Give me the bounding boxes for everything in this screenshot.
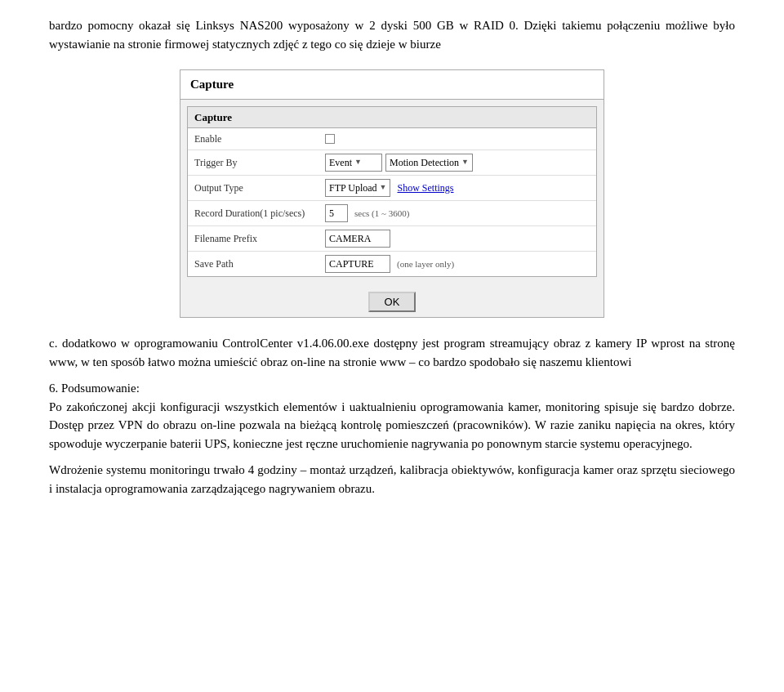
enable-checkbox[interactable] xyxy=(325,134,335,144)
trigger-by-arrow: ▼ xyxy=(354,157,362,168)
trigger-by-option: Event xyxy=(329,155,352,170)
capture-inner-box: Capture Enable Trigger By Event ▼ xyxy=(187,106,597,278)
label-enable: Enable xyxy=(194,132,325,146)
record-duration-input[interactable]: 5 xyxy=(325,204,348,222)
row-record-duration: Record Duration(1 pic/secs) 5 secs (1 ~ … xyxy=(188,201,596,226)
paragraph-4: Wdrożenie systemu monitoringu trwało 4 g… xyxy=(49,461,735,498)
value-record-duration: 5 secs (1 ~ 3600) xyxy=(325,204,409,222)
trigger-by-select[interactable]: Event ▼ xyxy=(325,154,382,172)
filename-prefix-input[interactable]: CAMERA xyxy=(325,230,390,248)
capture-panel: Capture Capture Enable Trigger By Event xyxy=(180,69,604,318)
capture-box-wrapper: Capture Capture Enable Trigger By Event xyxy=(49,69,735,318)
label-filename-prefix: Filename Prefix xyxy=(194,231,325,246)
motion-detection-select[interactable]: Motion Detection ▼ xyxy=(385,154,473,172)
motion-detection-arrow: ▼ xyxy=(461,157,469,168)
output-type-option: FTP Upload xyxy=(329,181,377,195)
paragraph-3: 6. Podsumowanie: Po zakończonej akcji ko… xyxy=(49,379,735,453)
paragraph-1: bardzo pomocny okazał się Linksys NAS200… xyxy=(49,16,735,53)
capture-outer-title: Capture xyxy=(180,70,604,100)
value-filename-prefix: CAMERA xyxy=(325,230,390,248)
value-output-type: FTP Upload ▼ Show Settings xyxy=(325,179,454,197)
show-settings-link[interactable]: Show Settings xyxy=(397,181,453,195)
label-record-duration: Record Duration(1 pic/secs) xyxy=(194,206,325,221)
record-duration-hint: secs (1 ~ 3600) xyxy=(354,207,409,221)
row-filename-prefix: Filename Prefix CAMERA xyxy=(188,226,596,252)
label-output-type: Output Type xyxy=(194,181,325,195)
label-save-path: Save Path xyxy=(194,257,325,271)
row-trigger-by: Trigger By Event ▼ Motion Detection ▼ xyxy=(188,150,596,176)
paragraph-2: c. dodatkowo w oprogramowaniu ControlCen… xyxy=(49,334,735,371)
capture-section-header: Capture xyxy=(188,107,596,129)
row-save-path: Save Path CAPTURE (one layer only) xyxy=(188,252,596,276)
row-output-type: Output Type FTP Upload ▼ Show Settings xyxy=(188,176,596,201)
output-type-arrow: ▼ xyxy=(380,182,387,194)
value-save-path: CAPTURE (one layer only) xyxy=(325,255,454,273)
value-enable xyxy=(325,134,335,144)
row-enable: Enable xyxy=(188,128,596,150)
value-trigger-by: Event ▼ Motion Detection ▼ xyxy=(325,154,473,172)
motion-detection-option: Motion Detection xyxy=(390,155,459,170)
save-path-input[interactable]: CAPTURE xyxy=(325,255,390,273)
ok-button[interactable]: OK xyxy=(368,292,416,312)
output-type-select[interactable]: FTP Upload ▼ xyxy=(325,179,390,197)
ok-button-row: OK xyxy=(180,283,604,317)
label-trigger-by: Trigger By xyxy=(194,155,325,170)
save-path-hint: (one layer only) xyxy=(397,257,454,271)
article-body: bardzo pomocny okazał się Linksys NAS200… xyxy=(49,16,735,498)
